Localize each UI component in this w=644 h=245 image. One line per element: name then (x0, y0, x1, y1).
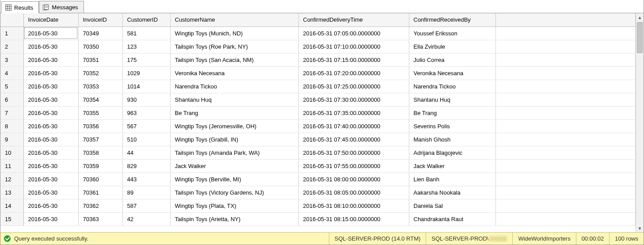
cell-confirmeddeliverytime[interactable]: 2016-05-31 07:55:00.0000000 (298, 159, 409, 172)
cell-invoicedate[interactable]: 2016-05-30 (23, 40, 78, 53)
cell-customername[interactable]: Narendra Tickoo (170, 80, 298, 93)
cell-invoicedate[interactable]: 2016-05-30 (23, 199, 78, 212)
cell-confirmedreceivedby[interactable]: Ella Zvirbule (409, 40, 495, 53)
cell-invoiceid[interactable]: 70358 (78, 146, 122, 159)
rownum-cell[interactable]: 4 (0, 66, 23, 80)
cell-customerid[interactable]: 587 (122, 199, 170, 212)
table-row[interactable]: 72016-05-3070355963Be Trang2016-05-31 07… (0, 106, 636, 119)
cell-invoicedate[interactable]: 2016-05-30 (23, 186, 78, 199)
cell-invoicedate[interactable]: 2016-05-30 (23, 119, 78, 133)
cell-confirmedreceivedby[interactable]: Daniela Sal (409, 199, 495, 212)
rownum-cell[interactable]: 7 (0, 106, 23, 119)
rownum-cell[interactable]: 1 (0, 27, 23, 40)
cell-customerid[interactable]: 567 (122, 119, 170, 133)
cell-confirmedreceivedby[interactable]: Veronika Necesana (409, 66, 495, 80)
cell-confirmedreceivedby[interactable]: Youssef Eriksson (409, 27, 495, 40)
cell-invoicedate[interactable]: 2016-05-30 (23, 146, 78, 159)
cell-confirmeddeliverytime[interactable]: 2016-05-31 07:05:00.0000000 (298, 27, 409, 40)
cell-invoicedate[interactable]: 2016-05-30 (23, 27, 78, 40)
cell-customername[interactable]: Be Trang (170, 106, 298, 119)
cell-customername[interactable]: Jack Walker (170, 159, 298, 172)
cell-invoiceid[interactable]: 70361 (78, 186, 122, 199)
cell-confirmeddeliverytime[interactable]: 2016-05-31 08:15:00.0000000 (298, 212, 409, 226)
table-row[interactable]: 152016-05-307036342Tailspin Toys (Ariett… (0, 212, 636, 226)
cell-confirmeddeliverytime[interactable]: 2016-05-31 08:00:00.0000000 (298, 172, 409, 186)
cell-customername[interactable]: Tailspin Toys (Arietta, NY) (170, 212, 298, 226)
rownum-cell[interactable]: 9 (0, 133, 23, 146)
cell-invoiceid[interactable]: 70360 (78, 172, 122, 186)
table-row[interactable]: 132016-05-307036189Tailspin Toys (Victor… (0, 186, 636, 199)
scroll-up-arrow-icon[interactable]: ▲ (636, 13, 644, 21)
table-row[interactable]: 122016-05-3070360443Wingtip Toys (Bervil… (0, 172, 636, 186)
cell-confirmeddeliverytime[interactable]: 2016-05-31 07:15:00.0000000 (298, 53, 409, 66)
cell-invoiceid[interactable]: 70355 (78, 106, 122, 119)
cell-invoicedate[interactable]: 2016-05-30 (23, 133, 78, 146)
rownum-cell[interactable]: 6 (0, 93, 23, 106)
cell-invoicedate[interactable]: 2016-05-30 (23, 106, 78, 119)
rownum-cell[interactable]: 12 (0, 172, 23, 186)
cell-invoiceid[interactable]: 70349 (78, 27, 122, 40)
results-grid-scroll[interactable]: InvoiceDate InvoiceID CustomerID Custome… (0, 13, 644, 232)
rownum-cell[interactable]: 13 (0, 186, 23, 199)
cell-customername[interactable]: Wingtip Toys (Berville, MI) (170, 172, 298, 186)
cell-customerid[interactable]: 1029 (122, 66, 170, 80)
rownum-cell[interactable]: 14 (0, 199, 23, 212)
cell-confirmeddeliverytime[interactable]: 2016-05-31 07:25:00.0000000 (298, 80, 409, 93)
tab-messages[interactable]: Messages (39, 1, 84, 13)
cell-invoiceid[interactable]: 70350 (78, 40, 122, 53)
cell-invoicedate[interactable]: 2016-05-30 (23, 93, 78, 106)
table-row[interactable]: 102016-05-307035844Tailspin Toys (Amanda… (0, 146, 636, 159)
cell-invoicedate[interactable]: 2016-05-30 (23, 66, 78, 80)
rownum-cell[interactable]: 11 (0, 159, 23, 172)
cell-confirmeddeliverytime[interactable]: 2016-05-31 07:10:00.0000000 (298, 40, 409, 53)
cell-confirmedreceivedby[interactable]: Chandrakanta Raut (409, 212, 495, 226)
header-rownum[interactable] (0, 13, 23, 27)
cell-confirmeddeliverytime[interactable]: 2016-05-31 07:35:00.0000000 (298, 106, 409, 119)
rownum-cell[interactable]: 3 (0, 53, 23, 66)
cell-invoiceid[interactable]: 70359 (78, 159, 122, 172)
cell-customerid[interactable]: 963 (122, 106, 170, 119)
header-invoiceid[interactable]: InvoiceID (78, 13, 122, 27)
rownum-cell[interactable]: 5 (0, 80, 23, 93)
cell-customername[interactable]: Wingtip Toys (Jeromesville, OH) (170, 119, 298, 133)
scroll-down-arrow-icon[interactable]: ▼ (636, 224, 644, 232)
cell-confirmedreceivedby[interactable]: Julio Correa (409, 53, 495, 66)
cell-customername[interactable]: Wingtip Toys (Munich, ND) (170, 27, 298, 40)
table-row[interactable]: 52016-05-30703531014Narendra Tickoo2016-… (0, 80, 636, 93)
cell-customerid[interactable]: 829 (122, 159, 170, 172)
cell-confirmedreceivedby[interactable]: Lien Banh (409, 172, 495, 186)
cell-invoiceid[interactable]: 70362 (78, 199, 122, 212)
table-row[interactable]: 92016-05-3070357510Wingtip Toys (Grabill… (0, 133, 636, 146)
cell-invoicedate[interactable]: 2016-05-30 (23, 53, 78, 66)
cell-customername[interactable]: Wingtip Toys (Grabill, IN) (170, 133, 298, 146)
table-row[interactable]: 82016-05-3070356567Wingtip Toys (Jeromes… (0, 119, 636, 133)
cell-customerid[interactable]: 123 (122, 40, 170, 53)
results-grid[interactable]: InvoiceDate InvoiceID CustomerID Custome… (0, 13, 636, 226)
rownum-cell[interactable]: 15 (0, 212, 23, 226)
header-customerid[interactable]: CustomerID (122, 13, 170, 27)
rownum-cell[interactable]: 10 (0, 146, 23, 159)
cell-confirmedreceivedby[interactable]: Narendra Tickoo (409, 80, 495, 93)
cell-customerid[interactable]: 44 (122, 146, 170, 159)
cell-confirmedreceivedby[interactable]: Aakarsha Nookala (409, 186, 495, 199)
cell-confirmeddeliverytime[interactable]: 2016-05-31 07:45:00.0000000 (298, 133, 409, 146)
rownum-cell[interactable]: 2 (0, 40, 23, 53)
header-confirmedreceivedby[interactable]: ConfirmedReceivedBy (409, 13, 495, 27)
cell-invoiceid[interactable]: 70363 (78, 212, 122, 226)
cell-confirmedreceivedby[interactable]: Shantanu Huq (409, 93, 495, 106)
cell-customerid[interactable]: 443 (122, 172, 170, 186)
cell-confirmedreceivedby[interactable]: Severins Polis (409, 119, 495, 133)
scroll-track[interactable] (636, 21, 644, 224)
cell-confirmeddeliverytime[interactable]: 2016-05-31 07:50:00.0000000 (298, 146, 409, 159)
cell-customername[interactable]: Tailspin Toys (Roe Park, NY) (170, 40, 298, 53)
cell-customerid[interactable]: 42 (122, 212, 170, 226)
table-row[interactable]: 22016-05-3070350123Tailspin Toys (Roe Pa… (0, 40, 636, 53)
cell-confirmeddeliverytime[interactable]: 2016-05-31 07:40:00.0000000 (298, 119, 409, 133)
vertical-scrollbar[interactable]: ▲ ▼ (636, 13, 644, 232)
cell-customerid[interactable]: 510 (122, 133, 170, 146)
cell-invoicedate[interactable]: 2016-05-30 (23, 212, 78, 226)
cell-invoiceid[interactable]: 70356 (78, 119, 122, 133)
table-row[interactable]: 112016-05-3070359829Jack Walker2016-05-3… (0, 159, 636, 172)
rownum-cell[interactable]: 8 (0, 119, 23, 133)
cell-invoicedate[interactable]: 2016-05-30 (23, 80, 78, 93)
